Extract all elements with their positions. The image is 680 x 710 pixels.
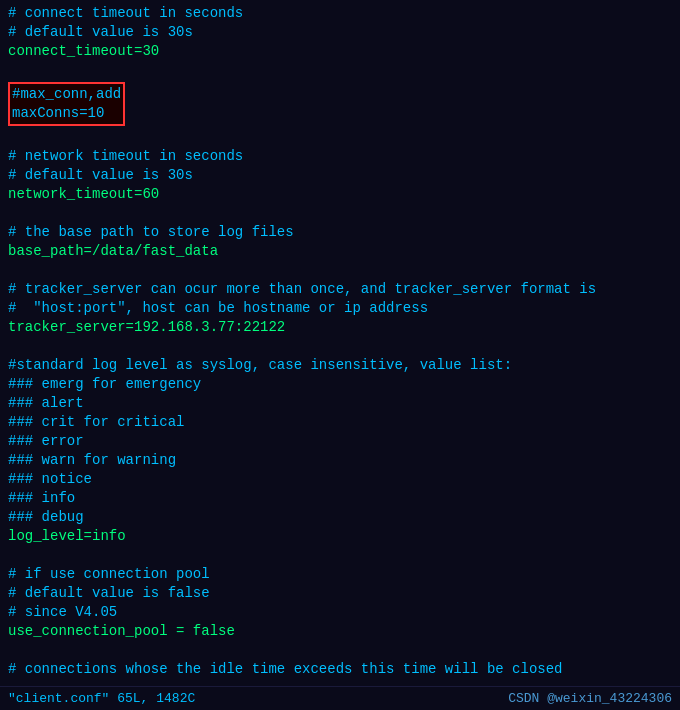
line-16: # "host:port", host can be hostname or i… xyxy=(8,299,672,318)
line-21: ### alert xyxy=(8,394,672,413)
line-17: tracker_server=192.168.3.77:22122 xyxy=(8,318,672,337)
line-6: maxConns=10 xyxy=(12,104,121,123)
line-32: # since V4.05 xyxy=(8,603,672,622)
line-35: # connections whose the idle time exceed… xyxy=(8,660,672,679)
line-23: ### error xyxy=(8,432,672,451)
line-8: # network timeout in seconds xyxy=(8,147,672,166)
line-24: ### warn for warning xyxy=(8,451,672,470)
highlighted-block: #max_conn,add maxConns=10 xyxy=(8,82,125,126)
line-7 xyxy=(8,128,672,147)
line-27: ### debug xyxy=(8,508,672,527)
line-34 xyxy=(8,641,672,660)
line-9: # default value is 30s xyxy=(8,166,672,185)
line-29 xyxy=(8,546,672,565)
line-20: ### emerg for emergency xyxy=(8,375,672,394)
line-33: use_connection_pool = false xyxy=(8,622,672,641)
line-19: #standard log level as syslog, case inse… xyxy=(8,356,672,375)
line-31: # default value is false xyxy=(8,584,672,603)
line-14 xyxy=(8,261,672,280)
line-1: # connect timeout in seconds xyxy=(8,4,672,23)
watermark: CSDN @weixin_43224306 xyxy=(508,689,672,708)
line-25: ### notice xyxy=(8,470,672,489)
line-2: # default value is 30s xyxy=(8,23,672,42)
line-15: # tracker_server can ocur more than once… xyxy=(8,280,672,299)
line-3: connect_timeout=30 xyxy=(8,42,672,61)
editor-container: # connect timeout in seconds # default v… xyxy=(0,0,680,710)
status-bar: "client.conf" 65L, 1482C CSDN @weixin_43… xyxy=(0,686,680,710)
line-11 xyxy=(8,204,672,223)
line-5: #max_conn,add xyxy=(12,85,121,104)
line-30: # if use connection pool xyxy=(8,565,672,584)
line-10: network_timeout=60 xyxy=(8,185,672,204)
line-18 xyxy=(8,337,672,356)
line-12: # the base path to store log files xyxy=(8,223,672,242)
line-4 xyxy=(8,61,672,80)
line-22: ### crit for critical xyxy=(8,413,672,432)
file-info: "client.conf" 65L, 1482C xyxy=(8,689,195,708)
line-13: base_path=/data/fast_data xyxy=(8,242,672,261)
line-28: log_level=info xyxy=(8,527,672,546)
line-26: ### info xyxy=(8,489,672,508)
